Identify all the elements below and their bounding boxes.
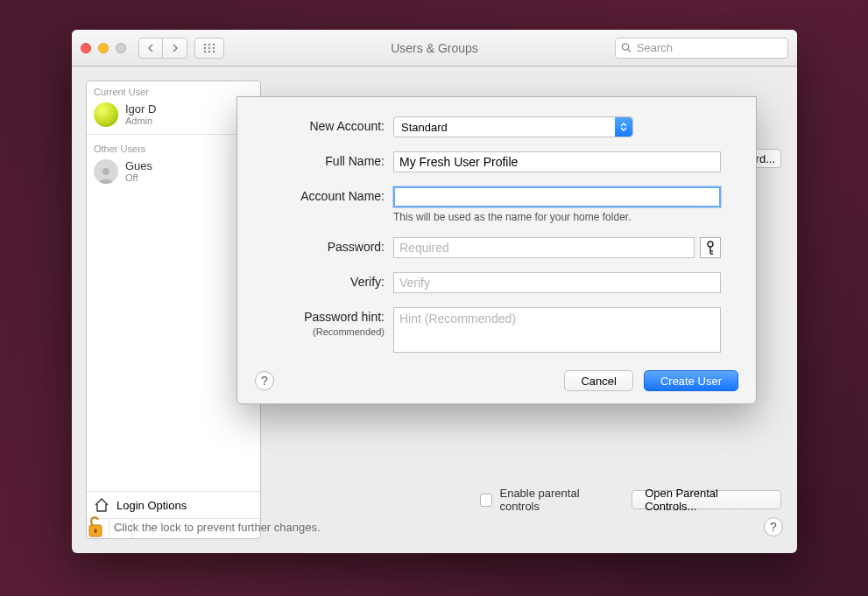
hint-label: Password hint: (Recommended) xyxy=(255,307,385,338)
preferences-window: Users & Groups Current User Igor D Admin… xyxy=(72,30,797,553)
minimize-window-button[interactable] xyxy=(98,43,109,53)
sheet-help-button[interactable]: ? xyxy=(255,371,274,390)
forward-button[interactable] xyxy=(163,38,187,59)
sheet-footer: ? Cancel Create User xyxy=(255,370,738,391)
person-icon xyxy=(96,165,116,184)
lock-row: Click the lock to prevent further change… xyxy=(86,515,783,539)
window-controls xyxy=(81,43,126,53)
other-users-header: Other Users xyxy=(87,138,260,156)
user-role: Admin xyxy=(125,116,156,126)
user-sidebar: Current User Igor D Admin Other Users Gu… xyxy=(86,81,261,539)
key-icon xyxy=(705,241,716,255)
svg-point-5 xyxy=(213,46,215,48)
avatar xyxy=(94,102,118,127)
svg-point-11 xyxy=(102,168,109,175)
cancel-button[interactable]: Cancel xyxy=(564,370,632,391)
svg-line-10 xyxy=(628,49,631,52)
enable-parental-label: Enable parental controls xyxy=(499,487,617,513)
svg-point-0 xyxy=(204,43,206,45)
help-button[interactable]: ? xyxy=(764,517,783,536)
open-parental-controls-button[interactable]: Open Parental Controls... xyxy=(632,490,781,509)
user-name: Gues xyxy=(125,160,152,172)
lock-open-icon[interactable] xyxy=(86,515,105,539)
password-hint-input[interactable] xyxy=(393,307,721,353)
svg-point-9 xyxy=(622,44,628,50)
search-field[interactable] xyxy=(615,38,788,59)
login-options-label: Login Options xyxy=(116,499,187,512)
account-name-hint: This will be used as the name for your h… xyxy=(393,211,738,223)
verify-input[interactable] xyxy=(393,272,721,293)
password-assistant-button[interactable] xyxy=(700,237,721,258)
svg-point-6 xyxy=(204,50,206,52)
house-icon xyxy=(94,497,109,513)
divider xyxy=(87,134,260,135)
new-account-label: New Account: xyxy=(255,116,385,133)
chevron-right-icon xyxy=(171,44,179,53)
account-name-label: Account Name: xyxy=(255,186,385,203)
enable-parental-checkbox[interactable] xyxy=(480,494,492,507)
search-input[interactable] xyxy=(637,41,782,54)
svg-point-14 xyxy=(708,242,713,247)
full-name-label: Full Name: xyxy=(255,151,385,168)
svg-rect-13 xyxy=(95,529,97,533)
zoom-window-button[interactable] xyxy=(116,43,126,53)
back-button[interactable] xyxy=(138,38,163,59)
parental-controls-row: Enable parental controls Open Parental C… xyxy=(480,487,781,513)
sidebar-item-current-user[interactable]: Igor D Admin xyxy=(87,99,260,130)
lock-text: Click the lock to prevent further change… xyxy=(114,521,321,534)
account-type-value: Standard xyxy=(401,121,448,134)
svg-point-2 xyxy=(213,43,215,45)
select-stepper-icon xyxy=(615,117,632,137)
show-all-button[interactable] xyxy=(194,38,224,59)
account-name-input[interactable] xyxy=(393,186,721,207)
full-name-input[interactable] xyxy=(393,151,721,172)
current-user-header: Current User xyxy=(87,81,260,99)
chevron-left-icon xyxy=(147,44,155,53)
account-type-select[interactable]: Standard xyxy=(393,116,633,137)
user-status: Off xyxy=(125,172,152,183)
password-label: Password: xyxy=(255,237,385,254)
titlebar: Users & Groups xyxy=(72,30,797,67)
new-user-sheet: New Account: Standard Full Name: Account… xyxy=(236,96,757,404)
verify-label: Verify: xyxy=(255,272,385,289)
svg-point-8 xyxy=(213,50,215,52)
svg-point-1 xyxy=(208,43,210,45)
nav-buttons xyxy=(138,38,187,59)
sidebar-item-guest[interactable]: Gues Off xyxy=(87,156,260,187)
avatar xyxy=(94,159,118,184)
svg-point-7 xyxy=(208,50,210,52)
create-user-button[interactable]: Create User xyxy=(644,370,738,391)
svg-point-4 xyxy=(208,46,210,48)
svg-point-3 xyxy=(204,46,206,48)
grid-icon xyxy=(203,43,215,53)
user-name: Igor D xyxy=(125,103,156,116)
close-window-button[interactable] xyxy=(81,43,91,53)
search-icon xyxy=(621,42,632,53)
password-input[interactable] xyxy=(393,237,695,258)
